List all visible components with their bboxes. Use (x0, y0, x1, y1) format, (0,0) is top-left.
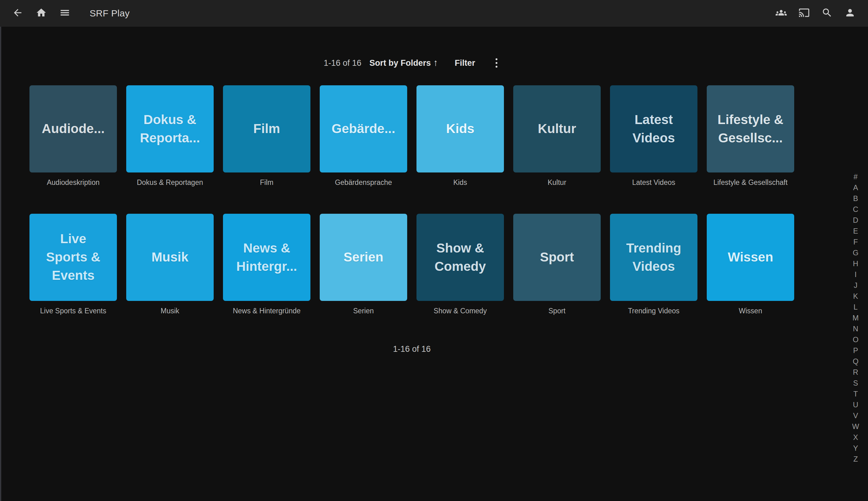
folder-caption: Audiodeskription (30, 178, 117, 187)
home-button[interactable] (36, 8, 47, 19)
alpha-letter-j[interactable]: J (850, 280, 861, 291)
folder-tile-film[interactable]: Film (223, 85, 311, 172)
folder-caption: News & Hintergründe (223, 307, 311, 315)
folder-caption: Serien (320, 307, 407, 315)
folder-tile-dokus-reportagen[interactable]: Dokus & Reporta... (126, 85, 214, 172)
alpha-letter-hash[interactable]: # (850, 171, 861, 182)
alpha-letter-k[interactable]: K (850, 291, 861, 301)
user-button[interactable] (844, 8, 856, 19)
search-button[interactable] (822, 8, 833, 19)
folder-tile-kids[interactable]: Kids (416, 85, 504, 172)
alpha-letter-h[interactable]: H (850, 258, 861, 269)
scrollbar[interactable] (0, 27, 1, 501)
folder-card: Film Film (223, 85, 311, 187)
item-count: 1-16 of 16 (324, 58, 361, 68)
alpha-letter-t[interactable]: T (850, 388, 861, 399)
folder-tile-latest-videos[interactable]: Latest Videos (610, 85, 697, 172)
arrow-left-icon (12, 7, 23, 20)
folder-card: Kultur Kultur (513, 85, 601, 187)
alpha-letter-s[interactable]: S (850, 377, 861, 388)
alpha-letter-v[interactable]: V (850, 410, 861, 421)
folder-tile-text: Film (249, 120, 284, 138)
filter-button-label: Filter (455, 58, 475, 68)
syncplay-button[interactable] (775, 8, 787, 19)
folder-card: Sport Sport (513, 214, 601, 315)
folder-caption: Trending Videos (610, 307, 697, 315)
folder-caption: Wissen (707, 307, 794, 315)
alpha-letter-z[interactable]: Z (850, 454, 861, 465)
alpha-letter-q[interactable]: Q (850, 356, 861, 367)
more-options-button[interactable] (493, 57, 500, 69)
folder-caption: Show & Comedy (416, 307, 504, 315)
folder-card: Serien Serien (320, 214, 407, 315)
folder-tile-serien[interactable]: Serien (320, 214, 407, 301)
alpha-letter-e[interactable]: E (850, 225, 861, 236)
folder-caption: Live Sports & Events (30, 307, 117, 315)
alpha-letter-x[interactable]: X (850, 432, 861, 443)
alpha-letter-i[interactable]: I (850, 269, 861, 280)
filter-button[interactable]: Filter (455, 58, 475, 68)
alpha-letter-o[interactable]: O (850, 334, 861, 345)
menu-button[interactable] (59, 8, 70, 19)
alpha-letter-l[interactable]: L (850, 301, 861, 312)
folder-tile-text: Audiode... (37, 120, 109, 138)
folder-tile-text: Kultur (533, 120, 581, 138)
alpha-letter-y[interactable]: Y (850, 443, 861, 454)
folder-caption: Lifestyle & Gesellschaft (707, 178, 794, 187)
folder-tile-geb-rdensprache[interactable]: Gebärde... (320, 85, 407, 172)
hamburger-menu-icon (59, 7, 70, 20)
folder-tile-text: Live Sports & Events (42, 230, 105, 285)
folder-tile-news-hintergr-nde[interactable]: News & Hintergr... (223, 214, 311, 301)
alphabet-picker: #ABCDEFGHIJKLMNOPQRSTUVWXYZ (850, 171, 861, 465)
folder-tile-wissen[interactable]: Wissen (707, 214, 794, 301)
tile-grid-row-2: Live Sports & Events Live Sports & Event… (30, 214, 794, 315)
tile-grid-row-1: Audiode... Audiodeskription Dokus & Repo… (30, 85, 794, 187)
alpha-letter-f[interactable]: F (850, 236, 861, 247)
folder-card: Trending Videos Trending Videos (610, 214, 697, 315)
folder-tile-show-comedy[interactable]: Show & Comedy (416, 214, 504, 301)
folder-caption: Kids (416, 178, 504, 187)
alpha-letter-w[interactable]: W (850, 421, 861, 432)
alpha-letter-n[interactable]: N (850, 323, 861, 334)
folder-tile-sport[interactable]: Sport (513, 214, 601, 301)
folder-card: Latest Videos Latest Videos (610, 85, 697, 187)
top-app-bar: SRF Play (0, 0, 868, 27)
person-icon (844, 7, 856, 20)
folder-tile-text: Lifestyle & Gesellsc... (713, 111, 788, 147)
alpha-letter-m[interactable]: M (850, 312, 861, 323)
folder-tile-live-sports-events[interactable]: Live Sports & Events (30, 214, 117, 301)
folder-tile-text: Gebärde... (327, 120, 399, 138)
back-button[interactable] (12, 8, 23, 19)
alpha-letter-p[interactable]: P (850, 345, 861, 356)
alpha-letter-c[interactable]: C (850, 204, 861, 215)
folder-tile-musik[interactable]: Musik (126, 214, 214, 301)
folder-tile-text: Serien (339, 248, 388, 266)
folder-caption: Film (223, 178, 311, 187)
folder-card: Audiode... Audiodeskription (30, 85, 117, 187)
sort-button-label: Sort by Folders (369, 58, 431, 68)
alpha-letter-r[interactable]: R (850, 367, 861, 377)
folder-caption: Latest Videos (610, 178, 697, 187)
folder-card: News & Hintergr... News & Hintergründe (223, 214, 311, 315)
list-controls: 1-16 of 16 Sort by Folders ↑ Filter (30, 55, 794, 71)
folder-tile-kultur[interactable]: Kultur (513, 85, 601, 172)
alpha-letter-u[interactable]: U (850, 399, 861, 410)
folder-tile-text: Wissen (724, 248, 778, 266)
topbar-left: SRF Play (12, 2, 130, 25)
folder-tile-text: Sport (535, 248, 578, 266)
sort-button[interactable]: Sort by Folders ↑ (369, 58, 438, 68)
folder-tile-audiodeskription[interactable]: Audiode... (30, 85, 117, 172)
page-title: SRF Play (90, 8, 130, 19)
alpha-letter-d[interactable]: D (850, 215, 861, 225)
alpha-letter-b[interactable]: B (850, 193, 861, 204)
folder-caption: Kultur (513, 178, 601, 187)
folder-tile-trending-videos[interactable]: Trending Videos (610, 214, 697, 301)
folder-card: Live Sports & Events Live Sports & Event… (30, 214, 117, 315)
alpha-letter-g[interactable]: G (850, 247, 861, 258)
alpha-letter-a[interactable]: A (850, 182, 861, 193)
folder-tile-lifestyle-gesellschaft[interactable]: Lifestyle & Gesellsc... (707, 85, 794, 172)
cast-button[interactable] (799, 8, 810, 19)
folder-card: Wissen Wissen (707, 214, 794, 315)
folder-tile-text: Trending Videos (622, 239, 685, 276)
kebab-dot (496, 66, 497, 68)
